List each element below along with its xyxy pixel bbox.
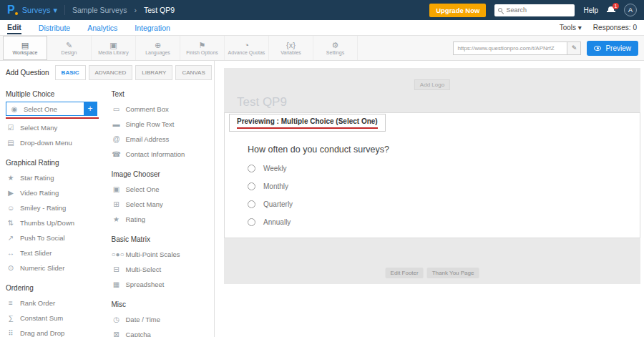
toolbar-item-variables[interactable]: {x} Variables [269, 36, 313, 60]
preview-label: Preview [605, 44, 631, 52]
answer-option-weekly[interactable]: Weekly [248, 165, 293, 172]
product-menu-surveys[interactable]: Surveys ▾ [22, 6, 57, 15]
toolbar-item-media-library[interactable]: ▣ Media Library [92, 36, 136, 60]
top-header: P Surveys ▾ Sample Surveys › Test QP9 Up… [0, 0, 644, 20]
question-type-image-rating[interactable]: ★ Rating [112, 212, 209, 227]
question-type-single-row-text[interactable]: ▬ Single Row Text [112, 117, 209, 132]
question-type-label: Rank Order [20, 299, 55, 307]
finish-options-icon: ⚑ [199, 41, 206, 49]
question-type-drag-and-drop[interactable]: ⠿ Drag and Drop [6, 326, 103, 337]
question-type-label: Text Slider [20, 249, 52, 257]
upgrade-now-button[interactable]: Upgrade Now [429, 4, 486, 17]
question-type-label: Multi-Point Scales [126, 250, 180, 258]
toolbar-item-design[interactable]: ✎ Design [47, 36, 92, 60]
multi-select-icon: ⊟ [112, 265, 122, 273]
annotation-underline [237, 127, 378, 129]
section-text: Text [112, 90, 209, 98]
breadcrumb[interactable]: Sample Surveys [72, 6, 127, 14]
survey-url-input[interactable] [454, 45, 567, 52]
question-type-captcha[interactable]: ⊠ Captcha [112, 327, 209, 337]
question-type-star-rating[interactable]: ★ Star Rating [6, 170, 103, 185]
question-type-contact-information[interactable]: ☎ Contact Information [112, 147, 209, 162]
add-select-one-button[interactable]: + [84, 102, 97, 115]
add-logo-button[interactable]: Add Logo [414, 79, 450, 90]
question-type-comment-box[interactable]: ▭ Comment Box [112, 102, 209, 117]
question-type-select-one[interactable]: ◉ Select One + [6, 102, 97, 116]
question-type-date-time[interactable]: ◷ Date / Time [112, 312, 209, 327]
nav-tab-analytics[interactable]: Analytics [87, 21, 117, 34]
question-text[interactable]: How often do you conduct surveys? [248, 145, 389, 155]
toolbar-item-workspace[interactable]: ▤ Workspace [3, 36, 47, 60]
preview-button[interactable]: Preview [587, 41, 638, 56]
dropdown-menu-icon: ▤ [6, 139, 16, 147]
answer-option-label: Monthly [263, 182, 288, 190]
tab-library[interactable]: LIBRARY [135, 65, 172, 80]
question-type-multi-point-scales[interactable]: ○●○ Multi-Point Scales [112, 247, 209, 262]
image-select-many-icon: ⊞ [112, 200, 122, 208]
nav-tab-distribute[interactable]: Distribute [39, 21, 70, 34]
question-type-spreadsheet[interactable]: ▦ Spreadsheet [112, 277, 209, 292]
edit-url-pencil-icon[interactable]: ✎ [567, 42, 580, 54]
toolbar-item-advance-quotas[interactable]: ◔ Advance Quotas [225, 36, 269, 60]
section-multiple-choice: Multiple Choice [6, 90, 103, 98]
toolbar-label: Settings [326, 50, 344, 55]
question-type-multi-select[interactable]: ⊟ Multi-Select [112, 262, 209, 277]
question-type-video-rating[interactable]: ▶ Video Rating [6, 185, 103, 200]
toolbar-label: Workspace [13, 50, 38, 55]
survey-preview-title[interactable]: Test QP9 [237, 95, 287, 109]
thank-you-page-button[interactable]: Thank You Page [427, 268, 479, 278]
question-type-image-select-one[interactable]: ▣ Select One [112, 182, 209, 197]
answer-option-quarterly[interactable]: Quarterly [248, 200, 293, 208]
question-type-constant-sum[interactable]: ∑ Constant Sum [6, 311, 103, 326]
edit-toolbar: ▤ Workspace ✎ Design ▣ Media Library ⊕ L… [0, 36, 644, 61]
question-type-text-slider[interactable]: ↔ Text Slider [6, 245, 103, 260]
answer-option-monthly[interactable]: Monthly [248, 182, 293, 190]
questionpro-logo[interactable]: P [7, 4, 15, 16]
question-type-push-to-social[interactable]: ↗ Push To Social [6, 230, 103, 245]
tab-basic[interactable]: BASIC [55, 65, 86, 80]
nav-tab-edit[interactable]: Edit [7, 21, 21, 34]
tab-canvas[interactable]: CANVAS [175, 65, 211, 80]
question-type-rank-order[interactable]: ≡ Rank Order [6, 296, 103, 311]
responses-count[interactable]: Responses: 0 [593, 24, 637, 31]
answer-option-annually[interactable]: Annually [248, 218, 293, 226]
radio-icon[interactable] [248, 218, 255, 226]
select-many-icon: ☑ [6, 124, 16, 132]
question-type-select-many[interactable]: ☑ Select Many [6, 120, 103, 135]
question-type-label: Push To Social [20, 234, 65, 242]
question-type-thumbs-up-down[interactable]: ⇅ Thumbs Up/Down [6, 215, 103, 230]
previewing-header: Previewing : Multiple Choice (Select One… [229, 114, 386, 132]
nav-tab-integration[interactable]: Integration [135, 21, 170, 34]
avatar[interactable]: A [624, 4, 637, 16]
question-type-label: Captcha [126, 331, 151, 337]
question-type-smiley-rating[interactable]: ☺ Smiley - Rating [6, 200, 103, 215]
radio-icon[interactable] [248, 182, 255, 190]
question-type-dropdown-menu[interactable]: ▤ Drop-down Menu [6, 135, 103, 150]
notifications-bell-icon[interactable]: 1 [607, 6, 615, 14]
edit-footer-button[interactable]: Edit Footer [386, 268, 424, 278]
eye-icon [594, 46, 601, 51]
search-input[interactable] [506, 6, 570, 14]
toolbar-item-finish-options[interactable]: ⚑ Finish Options [180, 36, 225, 60]
tools-menu[interactable]: Tools ▾ [560, 24, 582, 31]
toolbar-label: Design [62, 50, 77, 55]
radio-icon[interactable] [248, 165, 255, 172]
section-basic-matrix: Basic Matrix [112, 235, 209, 243]
tab-advanced[interactable]: ADVANCED [89, 65, 133, 80]
answer-option-label: Quarterly [263, 200, 293, 208]
question-type-image-select-many[interactable]: ⊞ Select Many [112, 197, 209, 212]
breadcrumb-separator-icon: › [134, 6, 137, 14]
question-type-label: Numeric Slider [20, 264, 64, 272]
toolbar-item-settings[interactable]: ⚙ Settings [313, 36, 358, 60]
question-type-numeric-slider[interactable]: ⊙ Numeric Slider [6, 260, 103, 275]
select-one-icon: ◉ [9, 105, 19, 113]
help-link[interactable]: Help [583, 6, 598, 14]
contact-information-icon: ☎ [112, 150, 122, 158]
question-type-email-address[interactable]: @ Email Address [112, 132, 209, 147]
numeric-slider-icon: ⊙ [6, 264, 16, 272]
toolbar-item-languages[interactable]: ⊕ Languages [136, 36, 180, 60]
question-type-label: Select Many [20, 124, 57, 132]
smiley-rating-icon: ☺ [6, 204, 16, 212]
search-box[interactable] [494, 4, 575, 16]
radio-icon[interactable] [248, 200, 255, 208]
